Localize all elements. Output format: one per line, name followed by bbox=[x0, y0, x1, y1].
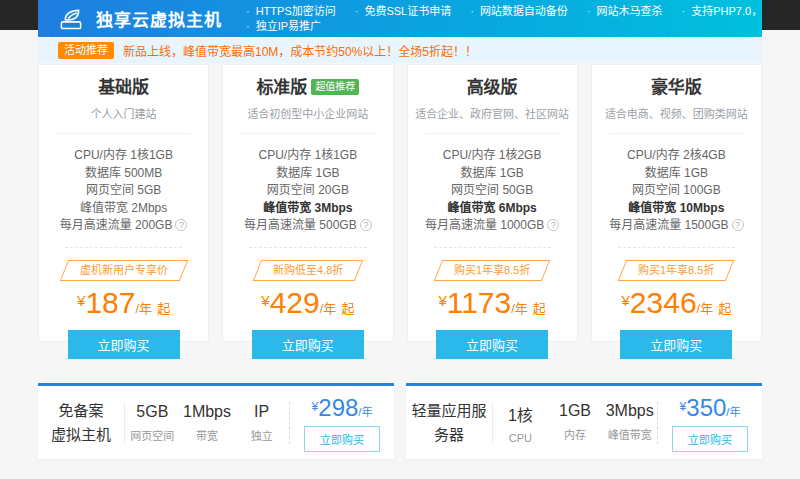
help-icon[interactable]: ? bbox=[732, 219, 744, 231]
dark-corner-left bbox=[0, 0, 38, 30]
feature-row-2: ·独立IP易推广 bbox=[246, 19, 762, 34]
feature-link-https[interactable]: ·HTTPS加密访问 bbox=[246, 4, 336, 19]
plan-price: ¥2346/年起 bbox=[592, 286, 761, 320]
plan-subtitle: 适合电商、视频、团购类网站 bbox=[592, 105, 761, 121]
plan-card-row: 基础版 个人入门建站 CPU/内存 1核1GB 数据库 500MB 网页空间 5… bbox=[38, 64, 762, 342]
plan-subtitle: 个人入门建站 bbox=[39, 105, 208, 121]
spec-row: 每月高速流量 1000GB? bbox=[408, 217, 577, 235]
spec-list: CPU/内存 1核1GB 数据库 1GB 网页空间 20GB 峰值带宽 3Mbp… bbox=[223, 147, 392, 235]
feature-list: ·HTTPS加密访问 ·免费SSL证书申请 ·网站数据自动备份 ·网站木马查杀 … bbox=[246, 4, 762, 34]
help-icon[interactable]: ? bbox=[360, 219, 372, 231]
spec-row: 峰值带宽 6Mbps bbox=[408, 200, 577, 218]
spec-row: 每月高速流量 500GB? bbox=[223, 217, 392, 235]
spec-row: 每月高速流量 1500GB? bbox=[592, 217, 761, 235]
feature-link-php[interactable]: ·支持PHP7.0，7.1 bbox=[682, 4, 762, 19]
spec-row: 峰值带宽 10Mbps bbox=[592, 200, 761, 218]
spec-row: 网页空间 100GB bbox=[592, 182, 761, 200]
spec-list: CPU/内存 1核1GB 数据库 500MB 网页空间 5GB 峰值带宽 2Mb… bbox=[39, 147, 208, 235]
plan-subtitle: 适合企业、政府官网、社区网站 bbox=[408, 105, 577, 121]
spec-row: 数据库 1GB bbox=[592, 165, 761, 183]
bullet-icon: · bbox=[355, 5, 359, 17]
feature-link-ssl[interactable]: ·免费SSL证书申请 bbox=[355, 4, 451, 19]
plan-subtitle: 适合初创型中小企业网站 bbox=[223, 105, 392, 121]
discount-ribbon: 新购低至4.8折 bbox=[252, 260, 363, 281]
spec-row: CPU/内存 1核2GB bbox=[408, 147, 577, 165]
buy-now-button[interactable]: 立即购买 bbox=[304, 426, 380, 452]
spec-row: 数据库 1GB bbox=[408, 165, 577, 183]
buy-now-button[interactable]: 立即购买 bbox=[436, 330, 548, 359]
mini-card-light-server: 轻量应用服 务器 1核 CPU 1GB 内存 3Mbps 峰值带宽 bbox=[406, 383, 762, 459]
help-icon[interactable]: ? bbox=[175, 219, 187, 231]
bullet-icon: · bbox=[246, 5, 250, 17]
divider bbox=[240, 133, 375, 134]
page-title: 独享云虚拟主机 bbox=[96, 6, 222, 31]
plan-name: 标准版 bbox=[256, 78, 307, 98]
plan-price: ¥429/年起 bbox=[223, 286, 392, 320]
discount-ribbon: 虚机新用户专享价 bbox=[59, 260, 187, 281]
discount-ribbon: 购买1年享8.5折 bbox=[434, 260, 551, 281]
spec-row: CPU/内存 2核4GB bbox=[592, 147, 761, 165]
plan-card-basic: 基础版 个人入门建站 CPU/内存 1核1GB 数据库 500MB 网页空间 5… bbox=[38, 64, 209, 342]
plan-name: 高级版 bbox=[467, 78, 518, 98]
bullet-icon: · bbox=[682, 5, 686, 17]
spec-list: CPU/内存 2核4GB 数据库 1GB 网页空间 100GB 峰值带宽 10M… bbox=[592, 147, 761, 235]
cloud-host-logo-icon bbox=[58, 7, 85, 31]
feature-row-1: ·HTTPS加密访问 ·免费SSL证书申请 ·网站数据自动备份 ·网站木马查杀 … bbox=[246, 4, 762, 19]
buy-now-button[interactable]: 立即购买 bbox=[620, 330, 732, 359]
promo-badge: 活动推荐 bbox=[58, 42, 114, 59]
spec-row: CPU/内存 1核1GB bbox=[223, 147, 392, 165]
mini-card-title: 轻量应用服 务器 bbox=[406, 399, 492, 446]
divider bbox=[609, 133, 744, 134]
buy-now-button[interactable]: 立即购买 bbox=[672, 426, 748, 452]
discount-ribbon: 购买1年享8.5折 bbox=[618, 260, 735, 281]
buy-now-button[interactable]: 立即购买 bbox=[252, 330, 364, 359]
spec-row: 数据库 1GB bbox=[223, 165, 392, 183]
mini-card-nofiling-host: 免备案 虚拟主机 5GB 网页空间 1Mbps 带宽 IP 独立 bbox=[38, 383, 394, 459]
dashed-divider bbox=[249, 247, 366, 248]
spec-row: 网页空间 20GB bbox=[223, 182, 392, 200]
mini-price-block: ¥350/年 立即购买 bbox=[658, 394, 762, 452]
mini-price-block: ¥298/年 立即购买 bbox=[290, 394, 394, 452]
currency-symbol: ¥ bbox=[622, 292, 630, 309]
spec-column: 5GB 网页空间 bbox=[125, 403, 180, 443]
spec-row: 网页空间 50GB bbox=[408, 182, 577, 200]
dashed-divider bbox=[618, 247, 735, 248]
spec-row: CPU/内存 1核1GB bbox=[39, 147, 208, 165]
buy-now-button[interactable]: 立即购买 bbox=[68, 330, 180, 359]
content-column: 独享云虚拟主机 ·HTTPS加密访问 ·免费SSL证书申请 ·网站数据自动备份 … bbox=[38, 0, 762, 459]
spec-list: CPU/内存 1核2GB 数据库 1GB 网页空间 50GB 峰值带宽 6Mbp… bbox=[408, 147, 577, 235]
spec-column: 3Mbps 峰值带宽 bbox=[602, 402, 657, 444]
feature-link-independent-ip[interactable]: ·独立IP易推广 bbox=[246, 19, 321, 34]
bullet-icon: · bbox=[470, 5, 474, 17]
spec-row: 每月高速流量 200GB? bbox=[39, 217, 208, 235]
mini-spec-columns: 1核 CPU 1GB 内存 3Mbps 峰值带宽 bbox=[493, 402, 657, 444]
spec-column: 1Mbps 带宽 bbox=[180, 403, 235, 443]
divider bbox=[425, 133, 560, 134]
feature-link-backup[interactable]: ·网站数据自动备份 bbox=[470, 4, 568, 19]
dark-corner-right bbox=[762, 0, 800, 30]
currency-symbol: ¥ bbox=[261, 292, 269, 309]
mini-card-row: 免备案 虚拟主机 5GB 网页空间 1Mbps 带宽 IP 独立 bbox=[38, 383, 762, 459]
spec-column: 1GB 内存 bbox=[548, 402, 603, 444]
plan-name: 基础版 bbox=[98, 78, 149, 98]
header-bar: 独享云虚拟主机 ·HTTPS加密访问 ·免费SSL证书申请 ·网站数据自动备份 … bbox=[38, 0, 762, 37]
bullet-icon: · bbox=[587, 5, 591, 17]
promo-bar: 活动推荐 新品上线，峰值带宽最高10M，成本节约50%以上！全场5折起！！ bbox=[38, 37, 762, 63]
promo-text: 新品上线，峰值带宽最高10M，成本节约50%以上！全场5折起！！ bbox=[123, 42, 477, 59]
spec-row: 峰值带宽 3Mbps bbox=[223, 200, 392, 218]
currency-symbol: ¥ bbox=[438, 292, 446, 309]
dashed-divider bbox=[434, 247, 551, 248]
spec-column: 1核 CPU bbox=[493, 402, 548, 444]
feature-link-trojan-scan[interactable]: ·网站木马查杀 bbox=[587, 4, 663, 19]
recommend-badge: 超值推荐 bbox=[311, 79, 359, 95]
help-icon[interactable]: ? bbox=[547, 219, 559, 231]
plan-card-standard: 标准版 超值推荐 适合初创型中小企业网站 CPU/内存 1核1GB 数据库 1G… bbox=[222, 64, 393, 342]
spec-row: 数据库 500MB bbox=[39, 165, 208, 183]
plan-price: ¥1173/年起 bbox=[408, 286, 577, 320]
spec-row: 网页空间 5GB bbox=[39, 182, 208, 200]
plan-card-deluxe: 豪华版 适合电商、视频、团购类网站 CPU/内存 2核4GB 数据库 1GB 网… bbox=[591, 64, 762, 342]
spec-column: IP 独立 bbox=[234, 403, 289, 443]
page: 独享云虚拟主机 ·HTTPS加密访问 ·免费SSL证书申请 ·网站数据自动备份 … bbox=[0, 0, 800, 479]
spec-row: 峰值带宽 2Mbps bbox=[39, 200, 208, 218]
plan-price: ¥187/年起 bbox=[39, 286, 208, 320]
